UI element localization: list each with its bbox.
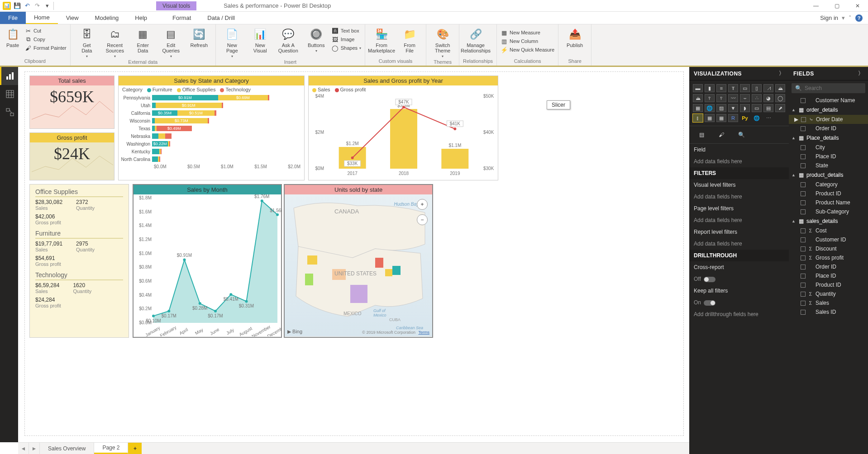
refresh-icon: 🔄 xyxy=(192,27,206,42)
column-icon: ▥ xyxy=(501,38,508,45)
scissors-icon: ✂ xyxy=(24,27,32,34)
table-icon: ▦ xyxy=(136,27,150,42)
shapes-button[interactable]: ◯Shapes ▾ xyxy=(332,44,361,52)
recent-sources-button[interactable]: 🗂Recent Sources▾ xyxy=(102,27,128,58)
manage-relationships-button[interactable]: 🔗Manage Relationships xyxy=(463,27,488,53)
copy-icon: ⧉ xyxy=(24,36,32,43)
ask-question-button[interactable]: 💬Ask A Question xyxy=(276,27,301,53)
visual-tools-contextual-tab: Visual tools xyxy=(156,1,196,10)
theme-icon: 🎨 xyxy=(435,27,450,42)
chart-icon: 📊 xyxy=(253,27,267,42)
tab-home[interactable]: Home xyxy=(26,12,58,24)
button-icon: 🔘 xyxy=(309,27,324,42)
group-calculations-label: Calculations xyxy=(501,57,554,65)
recent-icon: 🗂 xyxy=(108,27,122,42)
edit-queries-icon: ▤ xyxy=(164,27,178,42)
new-measure-button[interactable]: ▦New Measure xyxy=(501,29,554,36)
qna-icon: 💬 xyxy=(281,27,296,42)
close-button[interactable]: ✕ xyxy=(847,0,868,12)
group-custom-label: Custom visuals xyxy=(369,57,422,65)
tab-modeling[interactable]: Modeling xyxy=(87,12,127,24)
maximize-button[interactable]: ▢ xyxy=(826,0,847,12)
publish-icon: 📤 xyxy=(568,27,582,42)
group-themes-label: Themes xyxy=(430,58,455,66)
ribbon: 📋 Paste ✂Cut ⧉Copy 🖌Format Painter Clipb… xyxy=(0,24,868,67)
group-external-label: External data xyxy=(74,58,212,66)
sign-in-link[interactable]: Sign in xyxy=(820,14,838,21)
measure-icon: ▦ xyxy=(501,29,508,36)
switch-theme-button[interactable]: 🎨Switch Theme▾ xyxy=(430,27,455,58)
image-icon: 🖼 xyxy=(332,36,339,43)
new-quick-measure-button[interactable]: ⚡New Quick Measure xyxy=(501,46,554,53)
group-share-label: Share xyxy=(562,57,587,65)
qat-dropdown-icon[interactable]: ▾ xyxy=(43,2,51,9)
tab-file[interactable]: File xyxy=(0,12,26,24)
from-marketplace-button[interactable]: 🏪From Marketplace xyxy=(369,27,394,53)
group-relationships-label: Relationships xyxy=(463,57,493,65)
cut-button[interactable]: ✂Cut xyxy=(24,27,67,34)
copy-button[interactable]: ⧉Copy xyxy=(24,36,67,43)
brush-icon: 🖌 xyxy=(24,44,32,52)
quick-measure-icon: ⚡ xyxy=(501,46,508,53)
group-insert-label: Insert xyxy=(219,58,361,66)
get-data-button[interactable]: 🗄Get Data▾ xyxy=(74,27,100,58)
marketplace-icon: 🏪 xyxy=(374,27,389,42)
save-icon[interactable]: 💾 xyxy=(14,2,21,9)
new-column-button[interactable]: ▥New Column xyxy=(501,38,554,45)
titlebar: 📊 💾 ↶ ↷ ▾ Visual tools Sales & performan… xyxy=(0,0,868,12)
image-button[interactable]: 🖼Image xyxy=(332,36,361,43)
ribbon-collapse-icon[interactable]: ˄ xyxy=(849,14,852,21)
tab-help[interactable]: Help xyxy=(127,12,155,24)
enter-data-button[interactable]: ▦Enter Data xyxy=(130,27,156,53)
publish-button[interactable]: 📤Publish xyxy=(562,27,587,48)
tab-view[interactable]: View xyxy=(58,12,87,24)
relationship-icon: 🔗 xyxy=(468,27,483,42)
help-icon[interactable]: ? xyxy=(855,14,863,22)
file-icon: 📁 xyxy=(402,27,417,42)
window-title: Sales & performance - Power BI Desktop xyxy=(224,2,331,9)
from-file-button[interactable]: 📁From File xyxy=(397,27,422,53)
chevron-down-icon[interactable]: ▾ xyxy=(842,14,845,21)
app-icon: 📊 xyxy=(3,2,11,10)
paste-button[interactable]: 📋 Paste xyxy=(4,27,22,48)
redo-icon[interactable]: ↷ xyxy=(33,2,41,9)
menu-tabs: File Home View Modeling Help Format Data… xyxy=(0,12,868,24)
page-icon: 📄 xyxy=(225,27,239,42)
edit-queries-button[interactable]: ▤Edit Queries▾ xyxy=(158,27,184,58)
buttons-button[interactable]: 🔘Buttons▾ xyxy=(304,27,329,53)
tab-format[interactable]: Format xyxy=(164,12,199,24)
clipboard-icon: 📋 xyxy=(5,27,20,42)
get-data-icon: 🗄 xyxy=(80,27,94,42)
undo-icon[interactable]: ↶ xyxy=(24,2,31,9)
refresh-button[interactable]: 🔄Refresh xyxy=(186,27,212,48)
format-painter-button[interactable]: 🖌Format Painter xyxy=(24,44,67,52)
text-box-button[interactable]: 🅰Text box xyxy=(332,27,361,34)
new-page-button[interactable]: 📄New Page▾ xyxy=(219,27,245,58)
text-box-icon: 🅰 xyxy=(332,27,339,34)
group-clipboard-label: Clipboard xyxy=(4,57,67,65)
tab-data-drill[interactable]: Data / Drill xyxy=(199,12,243,24)
minimize-button[interactable]: — xyxy=(806,0,826,12)
shapes-icon: ◯ xyxy=(332,44,339,52)
new-visual-button[interactable]: 📊New Visual xyxy=(248,27,273,53)
